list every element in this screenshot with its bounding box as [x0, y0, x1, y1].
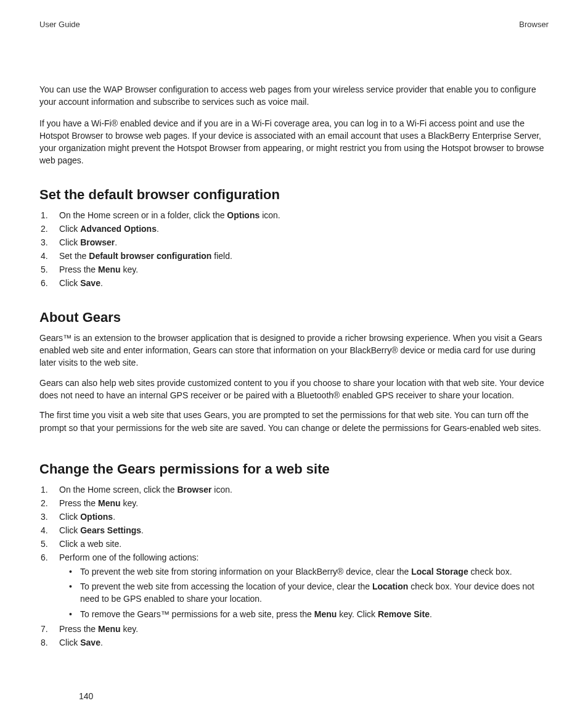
header-left: User Guide	[39, 20, 80, 29]
page-header: User Guide Browser	[39, 20, 549, 29]
section-heading: About Gears	[39, 310, 549, 326]
step-item: On the Home screen, click the Browser ic…	[39, 483, 549, 496]
sub-bullet-item: To prevent the web site from accessing t…	[69, 580, 549, 605]
step-item: Click Options.	[39, 511, 549, 523]
step-item: Click a web site.	[39, 538, 549, 551]
step-item: Perform one of the following actions: To…	[39, 551, 549, 620]
step-item: Press the Menu key.	[39, 497, 549, 510]
sub-bullet-list: To prevent the web site from storing inf…	[69, 565, 549, 620]
intro-block: You can use the WAP Browser configuratio…	[39, 83, 549, 167]
step-item: Click Gears Settings.	[39, 524, 549, 537]
step-item: Click Browser.	[39, 236, 549, 249]
body-paragraph: Gears™ is an extension to the browser ap…	[39, 332, 549, 369]
step-item: On the Home screen or in a folder, click…	[39, 209, 549, 222]
sub-bullet-item: To remove the Gears™ permissions for a w…	[69, 608, 549, 620]
intro-paragraph: If you have a Wi-Fi® enabled device and …	[39, 117, 549, 167]
steps-list: On the Home screen, click the Browser ic…	[39, 483, 549, 649]
body-paragraph: Gears can also help web sites provide cu…	[39, 377, 549, 402]
sub-bullet-item: To prevent the web site from storing inf…	[69, 565, 549, 578]
step-item: Set the Default browser configuration fi…	[39, 250, 549, 263]
page-number: 140	[79, 691, 93, 701]
steps-list: On the Home screen or in a folder, click…	[39, 209, 549, 290]
step-item: Click Advanced Options.	[39, 223, 549, 236]
body-paragraph: The first time you visit a web site that…	[39, 409, 549, 434]
intro-paragraph: You can use the WAP Browser configuratio…	[39, 83, 549, 109]
step-item: Press the Menu key.	[39, 263, 549, 276]
step-item: Press the Menu key.	[39, 623, 549, 636]
section-heading: Set the default browser configuration	[39, 187, 549, 203]
section-heading: Change the Gears permissions for a web s…	[39, 461, 549, 477]
header-right: Browser	[519, 20, 549, 29]
step-item: Click Save.	[39, 636, 549, 649]
step-item: Click Save.	[39, 277, 549, 290]
